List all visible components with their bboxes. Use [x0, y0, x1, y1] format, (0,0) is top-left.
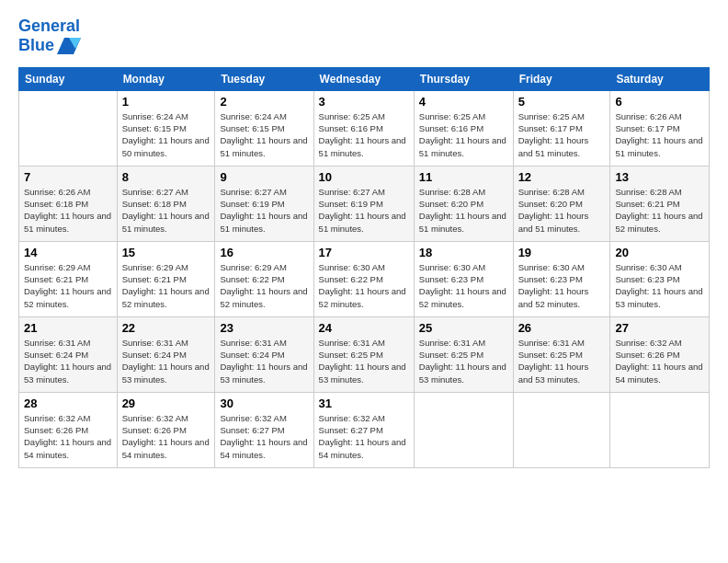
daylight-label: Daylight: 11 hours and 51 minutes.: [419, 135, 506, 157]
sunset-label: Sunset: 6:20 PM: [518, 199, 583, 209]
day-number: 8: [122, 170, 210, 184]
day-number: 5: [518, 95, 606, 109]
sunrise-label: Sunrise: 6:26 AM: [615, 111, 681, 121]
calendar-cell: 4 Sunrise: 6:25 AM Sunset: 6:16 PM Dayli…: [414, 90, 513, 166]
sunrise-label: Sunrise: 6:31 AM: [518, 338, 585, 348]
sunset-label: Sunset: 6:18 PM: [24, 199, 88, 209]
calendar-cell: 12 Sunrise: 6:28 AM Sunset: 6:20 PM Dayl…: [513, 166, 610, 241]
calendar-cell: 31 Sunrise: 6:32 AM Sunset: 6:27 PM Dayl…: [313, 392, 414, 467]
calendar-week-row: 7 Sunrise: 6:26 AM Sunset: 6:18 PM Dayli…: [19, 166, 710, 241]
sunset-label: Sunset: 6:21 PM: [122, 274, 187, 284]
sunset-label: Sunset: 6:23 PM: [419, 274, 483, 284]
calendar-week-row: 21 Sunrise: 6:31 AM Sunset: 6:24 PM Dayl…: [19, 316, 710, 392]
daylight-label: Daylight: 11 hours and 54 minutes.: [24, 437, 111, 459]
daylight-label: Daylight: 11 hours and 53 minutes.: [419, 362, 506, 384]
sunset-label: Sunset: 6:19 PM: [220, 199, 284, 209]
day-number: 15: [122, 246, 210, 259]
sunrise-label: Sunrise: 6:30 AM: [319, 262, 385, 272]
sunset-label: Sunset: 6:25 PM: [518, 350, 583, 360]
day-number: 9: [220, 170, 308, 184]
calendar-cell: 5 Sunrise: 6:25 AM Sunset: 6:17 PM Dayli…: [513, 90, 610, 166]
calendar-cell: 27 Sunrise: 6:32 AM Sunset: 6:26 PM Dayl…: [610, 316, 710, 392]
daylight-label: Daylight: 11 hours and 53 minutes.: [319, 362, 406, 384]
sunset-label: Sunset: 6:18 PM: [122, 199, 187, 209]
day-info: Sunrise: 6:32 AM Sunset: 6:27 PM Dayligh…: [319, 412, 409, 461]
calendar-cell: [513, 392, 610, 467]
calendar-cell: 14 Sunrise: 6:29 AM Sunset: 6:21 PM Dayl…: [19, 241, 118, 316]
sunrise-label: Sunrise: 6:25 AM: [518, 111, 585, 121]
sunrise-label: Sunrise: 6:31 AM: [122, 338, 188, 348]
day-info: Sunrise: 6:31 AM Sunset: 6:24 PM Dayligh…: [220, 337, 308, 385]
weekday-header: Wednesday: [313, 67, 414, 90]
weekday-header: Saturday: [610, 67, 710, 90]
calendar-cell: 16 Sunrise: 6:29 AM Sunset: 6:22 PM Dayl…: [215, 241, 313, 316]
calendar-cell: 3 Sunrise: 6:25 AM Sunset: 6:16 PM Dayli…: [313, 90, 414, 166]
daylight-label: Daylight: 11 hours and 52 minutes.: [319, 286, 406, 308]
daylight-label: Daylight: 11 hours and 51 minutes.: [518, 211, 589, 233]
day-info: Sunrise: 6:32 AM Sunset: 6:26 PM Dayligh…: [24, 412, 112, 461]
day-info: Sunrise: 6:32 AM Sunset: 6:27 PM Dayligh…: [220, 412, 308, 461]
day-number: 11: [419, 170, 508, 184]
day-number: 10: [319, 170, 409, 184]
day-info: Sunrise: 6:30 AM Sunset: 6:23 PM Dayligh…: [615, 261, 704, 310]
sunrise-label: Sunrise: 6:27 AM: [122, 187, 188, 197]
daylight-label: Daylight: 11 hours and 54 minutes.: [615, 362, 702, 384]
day-number: 24: [319, 321, 409, 335]
sunset-label: Sunset: 6:15 PM: [122, 123, 187, 133]
daylight-label: Daylight: 11 hours and 53 minutes.: [122, 362, 210, 384]
sunrise-label: Sunrise: 6:30 AM: [419, 262, 485, 272]
calendar-cell: [610, 392, 710, 467]
day-number: 25: [419, 321, 508, 335]
header: General Blue: [18, 17, 710, 56]
calendar-cell: 25 Sunrise: 6:31 AM Sunset: 6:25 PM Dayl…: [414, 316, 513, 392]
calendar-cell: 10 Sunrise: 6:27 AM Sunset: 6:19 PM Dayl…: [313, 166, 414, 241]
sunrise-label: Sunrise: 6:31 AM: [319, 338, 385, 348]
sunrise-label: Sunrise: 6:29 AM: [220, 262, 286, 272]
day-info: Sunrise: 6:31 AM Sunset: 6:25 PM Dayligh…: [419, 337, 508, 385]
calendar-cell: 30 Sunrise: 6:32 AM Sunset: 6:27 PM Dayl…: [215, 392, 313, 467]
day-info: Sunrise: 6:31 AM Sunset: 6:24 PM Dayligh…: [24, 337, 112, 385]
day-info: Sunrise: 6:28 AM Sunset: 6:21 PM Dayligh…: [615, 186, 704, 235]
day-number: 31: [319, 396, 409, 410]
calendar-cell: 21 Sunrise: 6:31 AM Sunset: 6:24 PM Dayl…: [19, 316, 118, 392]
logo-general: General: [18, 17, 81, 36]
sunset-label: Sunset: 6:25 PM: [419, 350, 483, 360]
sunrise-label: Sunrise: 6:28 AM: [518, 187, 585, 197]
calendar-cell: 18 Sunrise: 6:30 AM Sunset: 6:23 PM Dayl…: [414, 241, 513, 316]
daylight-label: Daylight: 11 hours and 51 minutes.: [518, 135, 589, 157]
daylight-label: Daylight: 11 hours and 51 minutes.: [122, 211, 210, 233]
sunset-label: Sunset: 6:22 PM: [220, 274, 284, 284]
day-number: 7: [24, 170, 112, 184]
sunrise-label: Sunrise: 6:28 AM: [419, 187, 485, 197]
day-info: Sunrise: 6:29 AM Sunset: 6:21 PM Dayligh…: [122, 261, 210, 310]
daylight-label: Daylight: 11 hours and 54 minutes.: [319, 437, 406, 459]
calendar-cell: 1 Sunrise: 6:24 AM Sunset: 6:15 PM Dayli…: [117, 90, 215, 166]
day-number: 30: [220, 396, 308, 410]
calendar-cell: 22 Sunrise: 6:31 AM Sunset: 6:24 PM Dayl…: [117, 316, 215, 392]
daylight-label: Daylight: 11 hours and 51 minutes.: [419, 211, 506, 233]
day-number: 14: [24, 246, 112, 259]
daylight-label: Daylight: 11 hours and 54 minutes.: [122, 437, 210, 459]
sunrise-label: Sunrise: 6:25 AM: [419, 111, 485, 121]
page: General Blue SundayMondayTuesdayWednesda…: [0, 0, 728, 477]
day-info: Sunrise: 6:25 AM Sunset: 6:17 PM Dayligh…: [518, 110, 606, 159]
sunset-label: Sunset: 6:22 PM: [319, 274, 383, 284]
sunset-label: Sunset: 6:21 PM: [615, 199, 679, 209]
daylight-label: Daylight: 11 hours and 51 minutes.: [615, 135, 702, 157]
day-number: 2: [220, 95, 308, 109]
day-info: Sunrise: 6:28 AM Sunset: 6:20 PM Dayligh…: [419, 186, 508, 235]
daylight-label: Daylight: 11 hours and 50 minutes.: [122, 135, 210, 157]
weekday-header: Tuesday: [215, 67, 313, 90]
calendar-cell: 24 Sunrise: 6:31 AM Sunset: 6:25 PM Dayl…: [313, 316, 414, 392]
calendar-cell: [414, 392, 513, 467]
calendar-cell: 13 Sunrise: 6:28 AM Sunset: 6:21 PM Dayl…: [610, 166, 710, 241]
day-info: Sunrise: 6:25 AM Sunset: 6:16 PM Dayligh…: [319, 110, 409, 159]
day-number: 13: [615, 170, 704, 184]
calendar-cell: 29 Sunrise: 6:32 AM Sunset: 6:26 PM Dayl…: [117, 392, 215, 467]
calendar-cell: [19, 90, 118, 166]
day-info: Sunrise: 6:26 AM Sunset: 6:18 PM Dayligh…: [24, 186, 112, 235]
sunrise-label: Sunrise: 6:27 AM: [319, 187, 385, 197]
calendar-cell: 8 Sunrise: 6:27 AM Sunset: 6:18 PM Dayli…: [117, 166, 215, 241]
daylight-label: Daylight: 11 hours and 52 minutes.: [220, 286, 307, 308]
calendar-table: SundayMondayTuesdayWednesdayThursdayFrid…: [18, 67, 710, 468]
